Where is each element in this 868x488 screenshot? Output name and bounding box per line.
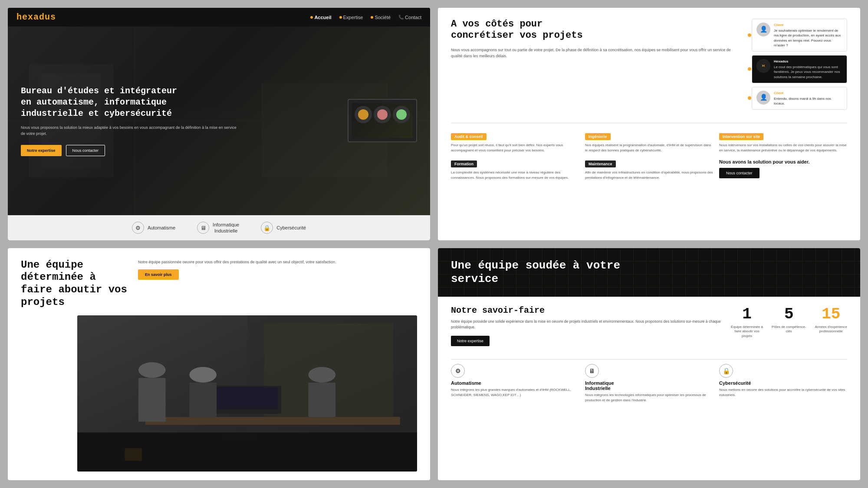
comp-automatisme-desc: Nous intégrons les plus grandes marques … [451, 387, 579, 398]
panel-team-photo: Une équipe déterminée àfaire aboutir vos… [8, 248, 430, 481]
service-desc-ingenierie: Nos équipes réalisent la programmation d… [585, 143, 713, 153]
competence-informatique: 🖥 InformatiqueIndustrielle Nous intégron… [585, 364, 713, 403]
hero-device-mockup [348, 99, 417, 142]
svg-rect-13 [138, 378, 166, 422]
comp-cybersecurite-icon: 🔒 [719, 364, 733, 378]
hero-title: Bureau d'études et intégrateuren automat… [21, 85, 239, 119]
service-cta: Nous avons la solution pour vous aider. … [719, 159, 847, 180]
device-screen [352, 103, 413, 138]
nav-societe[interactable]: Société [371, 15, 391, 20]
service-intervention: Intervention sur site Nous intervenons s… [719, 132, 847, 153]
nav-accueil[interactable]: Accueil [310, 15, 331, 20]
service-audit: Audit & conseil Pour qu'un projet soit r… [451, 132, 579, 153]
cybersecurite-icon: 🔒 [261, 222, 273, 234]
service-informatique: 🖥 InformatiqueIndustrielle [197, 222, 239, 234]
chat-bubble-3: 👤 Client Entendu, disons mardi à 9h dans… [752, 87, 847, 110]
svg-rect-15 [189, 383, 217, 417]
svg-rect-11 [217, 387, 278, 409]
panel3-description: Notre équipe passionnée oeuvre pour vous… [138, 259, 417, 265]
divider [451, 123, 847, 123]
svg-point-14 [189, 367, 217, 383]
hexadus-avatar: H [756, 59, 770, 73]
gauge-1 [355, 106, 372, 123]
chat-bubble-1: 👤 Client Je souhaiterais optimiser le re… [752, 19, 847, 52]
service-tag-audit: Audit & conseil [451, 133, 487, 140]
nav-contact[interactable]: 📞 Contact [398, 15, 421, 20]
stats-row: 1 Équipe déterminée àfaire aboutir vospr… [731, 305, 847, 346]
panel2-title: A vos côtés pourconcrétiser vos projets [451, 19, 743, 42]
panel2-description: Nous vous accompagnons sur tout ou parti… [451, 47, 743, 59]
chat-content-3: Client Entendu, disons mardi à 9h dans n… [774, 91, 842, 106]
service-desc-formation: La complexité des systèmes nécessite une… [451, 170, 579, 180]
competence-automatisme: ⚙ Automatisme Nous intégrons les plus gr… [451, 364, 579, 403]
nav-expertise[interactable]: Expertise [339, 15, 363, 20]
client-avatar-1: 👤 [756, 23, 770, 36]
svg-point-16 [308, 367, 335, 383]
service-tag-formation: Formation [451, 160, 477, 167]
chat-content-2: Hexadus Le cout des problématiques qui v… [774, 59, 842, 79]
stat-equipe: 1 Équipe déterminée àfaire aboutir vospr… [731, 305, 763, 346]
savoir-faire-title: Notre savoir-faire [451, 305, 722, 315]
service-desc-intervention: Nous intervenons sur vos installations o… [719, 143, 847, 153]
en-savoir-plus-button[interactable]: En savoir plus [138, 269, 179, 280]
panel3-right: Notre équipe passionnée oeuvre pour vous… [138, 259, 417, 280]
contact-button[interactable]: Nous contacter [719, 168, 760, 178]
hero-subtitle: Nous vous proposons la solution la mieux… [21, 124, 239, 137]
stat-label-3: Années d'expérienceprofessionnelle [815, 325, 847, 334]
comp-informatique-desc: Nous intégrons les technologies informat… [585, 393, 713, 403]
service-tag-ingenierie: Ingénierie [585, 133, 611, 140]
nav-dot [371, 16, 373, 19]
stat-annees: 15 Années d'expérienceprofessionnelle [815, 305, 847, 346]
hero-contact-button[interactable]: Nous contacter [66, 145, 105, 156]
savoir-faire-section: Notre savoir-faire Notre équipe possède … [451, 305, 847, 346]
competence-cybersecurite: 🔒 Cybersécurité Nous mettons en oeuvre d… [719, 364, 847, 403]
panel3-top: Une équipe déterminée àfaire aboutir vos… [8, 248, 430, 315]
expertise-button[interactable]: Notre expertise [451, 336, 490, 346]
panel2-top: A vos côtés pourconcrétiser vos projets … [451, 19, 847, 110]
hero-expertise-button[interactable]: Notre expertise [21, 145, 62, 156]
service-desc-maintenance: Afin de maintenir vos infrastructures en… [585, 170, 713, 180]
stat-number-2: 5 [784, 305, 794, 323]
nous-avons-text: Nous avons la solution pour vous aider. [719, 159, 847, 164]
device-frame [348, 99, 417, 142]
chat-content-1: Client Je souhaiterais optimiser le rend… [774, 23, 842, 48]
panel3-title: Une équipe déterminée àfaire aboutir vos… [21, 259, 129, 309]
navbar: hexadus Accueil Expertise Société 📞 Cont… [8, 8, 430, 26]
service-automatisme: ⚙ Automatisme [132, 222, 175, 234]
savoir-faire-desc: Notre équipe possède une solide expérien… [451, 319, 722, 331]
hero-buttons: Notre expertise Nous contacter [21, 145, 239, 156]
service-tag-maintenance: Maintenance [585, 160, 616, 167]
gauge-3 [393, 106, 410, 123]
svg-point-12 [138, 362, 166, 378]
chat-dot-1 [748, 33, 751, 37]
chat-label-3: Client [774, 91, 842, 95]
nav-links: Accueil Expertise Société 📞 Contact [310, 15, 421, 20]
panel4-content: Notre savoir-faire Notre équipe possède … [438, 297, 860, 480]
chat-dot-3 [748, 96, 751, 100]
services-bar: ⚙ Automatisme 🖥 InformatiqueIndustrielle… [8, 215, 430, 240]
comp-cybersecurite-desc: Nous mettons en oeuvre des solutions pou… [719, 387, 847, 398]
hero-content: Bureau d'études et intégrateuren automat… [21, 85, 239, 156]
stat-poles: 5 Pôles de compétence-clés [772, 305, 806, 346]
chat-text-1: Je souhaiterais optimiser le rendement d… [774, 28, 842, 48]
informatique-icon: 🖥 [197, 222, 209, 234]
panel2-left: A vos côtés pourconcrétiser vos projets … [451, 19, 743, 110]
svg-rect-9 [145, 417, 400, 425]
hero-section: Bureau d'études et intégrateuren automat… [8, 26, 430, 215]
service-formation: Formation La complexité des systèmes néc… [451, 159, 579, 180]
chat-text-2: Le cout des problématiques qui vous sont… [774, 65, 842, 79]
service-maintenance: Maintenance Afin de maintenir vos infras… [585, 159, 713, 180]
panel4-hero-title: Une équipe soudée à votreservice [451, 259, 847, 286]
hexadus-logo: hexadus [16, 12, 56, 22]
service-desc-audit: Pour qu'un projet soit réussi, il faut q… [451, 143, 579, 153]
service-ingenierie: Ingénierie Nos équipes réalisent la prog… [585, 132, 713, 153]
panel4-hero: Une équipe soudée à votreservice [438, 248, 860, 297]
stat-number-1: 1 [742, 305, 752, 323]
gauge-2 [374, 106, 391, 123]
services-grid: Audit & conseil Pour qu'un projet soit r… [451, 132, 847, 180]
stat-label-2: Pôles de compétence-clés [772, 325, 806, 334]
panel-hexadus-hero: hexadus Accueil Expertise Société 📞 Cont… [8, 8, 430, 240]
chat-bubble-2: H Hexadus Le cout des problématiques qui… [752, 55, 847, 83]
nav-dot [310, 16, 313, 19]
panel-team-stats: Une équipe soudée à votreservice Notre s… [438, 248, 860, 481]
